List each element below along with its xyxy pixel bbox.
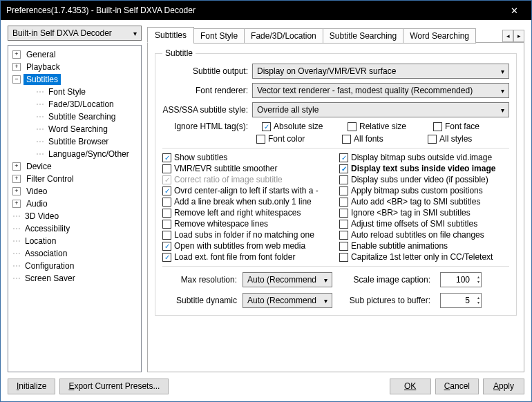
tree-item-word-searching[interactable]: ⋯Word Searching	[10, 123, 140, 135]
tab-scroll-right[interactable]: ▸	[513, 30, 524, 42]
label-ignore-html: Ignore HTML tag(s):	[162, 122, 252, 131]
tree-dots-icon: ⋯	[36, 137, 46, 146]
label-font-renderer: Font renderer:	[162, 86, 252, 95]
tab-subtitles[interactable]: Subtitles	[147, 27, 194, 43]
tree-item-configuration[interactable]: ⋯Configuration	[10, 260, 140, 272]
subtitle-legend: Subtitle	[162, 48, 196, 58]
check-vmr-evr-smoother[interactable]: VMR/EVR subtitle smoother	[162, 164, 332, 173]
tree-item-subtitle-browser[interactable]: ⋯Subtitle Browser	[10, 135, 140, 148]
check-show-subtitles[interactable]: Show subtitles	[162, 153, 332, 162]
tree-item-general[interactable]: +General	[10, 48, 140, 61]
tree-item-location[interactable]: ⋯Location	[10, 235, 140, 247]
label-ass-ssa-style: ASS/SSA subtitle style:	[162, 105, 252, 115]
check-add-linebreak[interactable]: Add a line break when sub.only 1 line	[162, 197, 332, 207]
tree-item-subtitles[interactable]: −Subtitles	[10, 73, 140, 86]
tree-item-filter-control[interactable]: +Filter Control	[10, 173, 140, 185]
check-adjust-smi-offsets[interactable]: Adjust time offsets of SMI subtitles	[339, 219, 509, 229]
tree-item-font-style[interactable]: ⋯Font Style	[10, 86, 140, 98]
check-auto-add-br-smi[interactable]: Auto add <BR> tag to SMI subtitles	[339, 197, 509, 207]
check-display-bitmap-outside[interactable]: Display bitmap subs outside vid.image	[339, 153, 509, 162]
select-font-renderer[interactable]: Vector text renderer - fast, modest qual…	[252, 83, 509, 98]
tree-item-playback[interactable]: +Playback	[10, 61, 140, 73]
tree-item-audio[interactable]: +Audio	[10, 198, 140, 210]
check-ovrd-center[interactable]: Ovrd center-align to left if starts with…	[162, 186, 332, 195]
expand-icon[interactable]: +	[12, 63, 21, 71]
check-ignore-br-smi[interactable]: Ignore <BR> tag in SMI subtitles	[339, 208, 509, 218]
tree-item-screen-saver[interactable]: ⋯Screen Saver	[10, 272, 140, 285]
tab-font-style[interactable]: Font Style	[193, 28, 245, 44]
input-sub-pictures-buffer[interactable]: 5	[440, 293, 482, 308]
check-load-ext-font[interactable]: Load ext. font file from font folder	[162, 252, 332, 262]
check-all-fonts[interactable]: All fonts	[342, 134, 418, 144]
check-enable-anim[interactable]: Enable subtitle animations	[339, 241, 509, 251]
expand-icon[interactable]: +	[12, 187, 21, 195]
tree-dots-icon: ⋯	[12, 274, 22, 283]
check-relative-size[interactable]: Relative size	[348, 122, 424, 131]
cancel-button[interactable]: Cancel	[435, 379, 479, 394]
tree-item-fade3d[interactable]: ⋯Fade/3D/Location	[10, 98, 140, 111]
check-load-no-match[interactable]: Load subs in folder if no matching one	[162, 230, 332, 240]
label-subtitle-output: Subtitle output:	[162, 66, 252, 76]
window-title: Preferences(1.7.4353) - Built-in Self DX…	[6, 6, 502, 15]
decoder-combo[interactable]: Built-in Self DXVA Decoder	[8, 26, 142, 41]
tree-dots-icon: ⋯	[12, 249, 22, 258]
expand-icon[interactable]: +	[12, 200, 21, 208]
expand-icon[interactable]: +	[12, 162, 21, 171]
check-font-color[interactable]: Font color	[256, 134, 332, 144]
collapse-icon[interactable]: −	[12, 75, 21, 84]
tree-dots-icon: ⋯	[36, 124, 46, 134]
select-ass-ssa-style[interactable]: Override all style	[252, 102, 509, 117]
tree-dots-icon: ⋯	[12, 236, 22, 246]
tree-item-subtitle-searching[interactable]: ⋯Subtitle Searching	[10, 111, 140, 123]
expand-icon[interactable]: +	[12, 175, 21, 183]
decoder-combo-value: Built-in Self DXVA Decoder	[12, 28, 112, 38]
export-presets-button[interactable]: Export Current Presets...	[59, 379, 169, 394]
tree-item-accessibility[interactable]: ⋯Accessibility	[10, 222, 140, 235]
tree-dots-icon: ⋯	[12, 261, 22, 271]
subtitle-group: Subtitle Subtitle output: Display on Ove…	[155, 48, 517, 316]
tree-dots-icon: ⋯	[36, 87, 46, 97]
apply-button[interactable]: Apply	[483, 379, 524, 394]
tree-item-video[interactable]: +Video	[10, 185, 140, 198]
tree-dots-icon: ⋯	[36, 149, 46, 159]
label-scale-image-caption: Scale image caption:	[338, 275, 435, 285]
settings-tree[interactable]: +General +Playback −Subtitles ⋯Font Styl…	[8, 45, 142, 372]
tree-item-association[interactable]: ⋯Association	[10, 247, 140, 260]
label-subtitle-dynamic: Subtitle dynamic	[162, 296, 237, 305]
check-font-face[interactable]: Font face	[433, 122, 509, 131]
close-button[interactable]: ✕	[502, 3, 526, 18]
tree-dots-icon: ⋯	[12, 211, 22, 221]
tree-dots-icon: ⋯	[36, 99, 46, 109]
tree-item-3d-video[interactable]: ⋯3D Video	[10, 210, 140, 222]
tab-scroll-left[interactable]: ◂	[502, 30, 513, 42]
check-display-text-inside[interactable]: Display text subs inside video image	[339, 164, 509, 173]
check-open-web-media[interactable]: Open with subtitles from web media	[162, 241, 332, 251]
input-scale-image-caption[interactable]: 100	[440, 272, 482, 287]
tree-item-device[interactable]: +Device	[10, 160, 140, 173]
check-auto-reload[interactable]: Auto reload subtitles on file changes	[339, 230, 509, 240]
tab-fade3d[interactable]: Fade/3D/Location	[244, 28, 323, 44]
check-apply-bitmap-custom[interactable]: Apply bitmap subs custom positions	[339, 186, 509, 195]
expand-icon[interactable]: +	[12, 50, 21, 59]
check-remove-ws-lines[interactable]: Remove whitespace lines	[162, 219, 332, 229]
titlebar: Preferences(1.7.4353) - Built-in Self DX…	[1, 1, 531, 20]
check-correct-ratio: Correct ratio of image subtitle	[162, 175, 332, 184]
select-subtitle-dynamic[interactable]: Auto (Recommend	[243, 293, 332, 308]
label-sub-pictures-buffer: Sub pictures to buffer:	[338, 296, 435, 305]
tab-subtitle-searching[interactable]: Subtitle Searching	[323, 28, 403, 44]
check-all-styles[interactable]: All styles	[428, 134, 504, 144]
ok-button[interactable]: OK	[390, 379, 431, 394]
tab-word-searching[interactable]: Word Searching	[403, 28, 476, 44]
check-display-under-video[interactable]: Display subs under video (if possible)	[339, 175, 509, 184]
tree-dots-icon: ⋯	[12, 224, 22, 233]
initialize-button[interactable]: Initialize	[8, 379, 55, 394]
check-cap-first-cc[interactable]: Capitalize 1st letter only in CC/Teletex…	[339, 252, 509, 262]
tree-dots-icon: ⋯	[36, 112, 46, 122]
select-subtitle-output[interactable]: Display on Overlay/VMR/EVR surface	[252, 64, 509, 79]
check-absolute-size[interactable]: Absolute size	[262, 122, 338, 131]
check-remove-lr-ws[interactable]: Remove left and right whitespaces	[162, 208, 332, 218]
select-max-resolution[interactable]: Auto (Recommend	[243, 272, 332, 287]
tree-item-lang-sync[interactable]: ⋯Language/Sync/Other	[10, 148, 140, 160]
label-max-resolution: Max resolution:	[162, 275, 237, 285]
